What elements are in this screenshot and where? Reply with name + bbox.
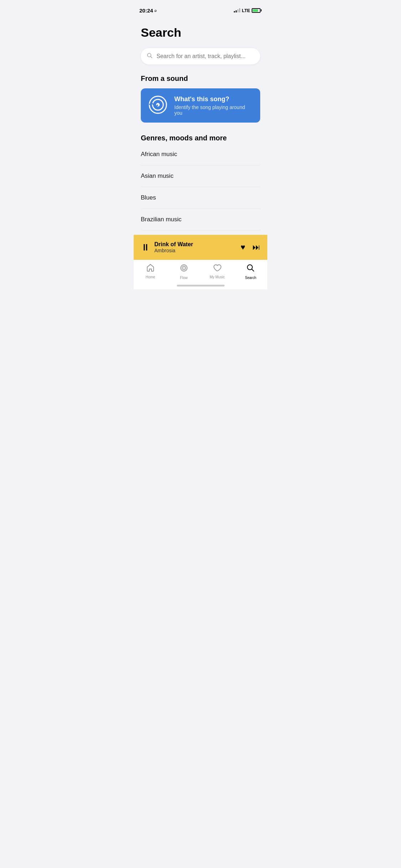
my-music-icon	[213, 264, 221, 274]
nav-item-search[interactable]: Search	[234, 264, 267, 280]
mini-player-title: Drink of Water	[154, 241, 236, 248]
search-nav-icon	[246, 264, 255, 274]
svg-line-9	[252, 269, 254, 272]
next-track-button[interactable]: ⏭	[252, 243, 260, 252]
battery-body	[252, 8, 261, 13]
nav-label-my-music: My Music	[210, 275, 225, 279]
from-a-sound-title: From a sound	[141, 74, 260, 83]
list-item[interactable]: Blues	[141, 187, 260, 209]
mini-player[interactable]: ⏸ Drink of Water Ambrosia ♥ ⏭	[134, 235, 267, 260]
genres-title: Genres, moods and more	[141, 134, 260, 142]
flow-icon	[180, 264, 188, 274]
genre-list: African music Asian music Blues Brazilia…	[141, 145, 260, 231]
main-content: Search From a sound	[134, 16, 267, 235]
location-icon: ⌕	[154, 8, 157, 12]
genres-section: Genres, moods and more African music Asi…	[141, 134, 260, 231]
nav-item-home[interactable]: Home	[134, 264, 167, 279]
search-input[interactable]	[156, 53, 255, 60]
list-item[interactable]: Brazilian music	[141, 209, 260, 231]
nav-label-search: Search	[245, 276, 256, 280]
sound-card-subtitle: Identify the song playing around you	[174, 104, 253, 116]
battery	[252, 8, 262, 13]
signal-bar-3	[237, 9, 238, 12]
nav-label-home: Home	[146, 275, 155, 279]
search-bar[interactable]	[141, 48, 260, 64]
time-text: 20:24	[139, 7, 153, 14]
nav-item-flow[interactable]: Flow	[167, 264, 201, 280]
list-item[interactable]: African music	[141, 145, 260, 165]
lte-text: LTE	[242, 8, 250, 13]
mini-player-info: Drink of Water Ambrosia	[154, 241, 236, 253]
mini-player-artist: Ambrosia	[154, 248, 236, 253]
signal-bars	[234, 8, 240, 12]
pause-button[interactable]: ⏸	[141, 242, 150, 253]
from-a-sound-section: From a sound What's this song? Identify …	[141, 74, 260, 123]
sound-card-text: What's this song? Identify the song play…	[174, 95, 253, 116]
status-bar: 20:24 ⌕ LTE	[134, 0, 267, 16]
battery-tip	[261, 9, 262, 11]
status-right: LTE	[234, 8, 262, 13]
mini-player-controls: ♥ ⏭	[241, 243, 260, 252]
home-indicator	[177, 285, 225, 286]
battery-fill	[253, 9, 258, 12]
identify-song-card[interactable]: What's this song? Identify the song play…	[141, 88, 260, 123]
svg-line-1	[150, 56, 152, 58]
signal-bar-1	[234, 11, 235, 12]
nav-item-my-music[interactable]: My Music	[201, 264, 234, 279]
sound-card-title: What's this song?	[174, 95, 253, 103]
like-button[interactable]: ♥	[241, 243, 245, 252]
signal-bar-2	[236, 10, 237, 12]
page-title: Search	[141, 26, 260, 40]
search-icon	[146, 52, 153, 60]
sound-card-icon	[148, 95, 168, 116]
status-time: 20:24 ⌕	[139, 7, 157, 14]
signal-bar-4	[239, 8, 240, 12]
home-icon	[146, 264, 155, 274]
svg-point-7	[183, 268, 184, 269]
nav-label-flow: Flow	[180, 276, 187, 280]
list-item[interactable]: Asian music	[141, 165, 260, 187]
